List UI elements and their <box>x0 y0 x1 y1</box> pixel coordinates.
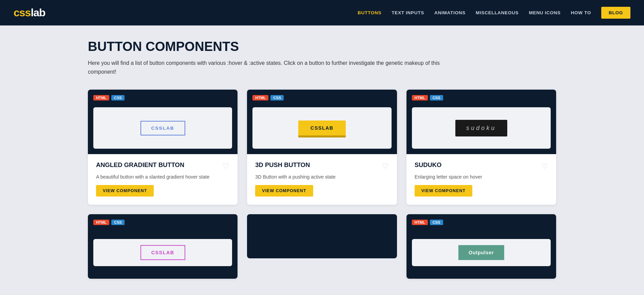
card-header-row: ANGLED GRADIENT BUTTON ♡ <box>96 161 229 171</box>
heart-icon[interactable]: ♡ <box>223 162 229 171</box>
view-component-button-angled[interactable]: VIEW COMPONENT <box>96 185 154 197</box>
card-preview-3d: HTML CSS CSSLAB <box>247 90 397 154</box>
preview-btn-5[interactable]: Outpulser <box>458 245 504 260</box>
heart-icon-3d[interactable]: ♡ <box>382 162 389 171</box>
view-component-button-sudoku[interactable]: VIEW COMPONENT <box>415 185 472 197</box>
tag-html-sudoku: HTML <box>412 95 428 100</box>
card-preview-sudoku: HTML CSS sudoku <box>406 90 556 154</box>
card-empty-middle <box>247 214 397 258</box>
cards-grid: HTML CSS CSSLAB ANGLED GRADIENT BUTTON ♡… <box>88 90 556 279</box>
heart-icon-sudoku[interactable]: ♡ <box>541 162 548 171</box>
preview-box-angled: CSSLAB <box>93 107 232 149</box>
tag-html-4: HTML <box>93 220 109 225</box>
preview-box-sudoku: sudoku <box>412 107 551 149</box>
view-component-button-3d[interactable]: VIEW COMPONENT <box>255 185 313 197</box>
site-header: csslab BUTTONS TEXT INPUTS ANIMATIONS MI… <box>0 0 644 25</box>
card-tags-4: HTML CSS <box>93 220 125 225</box>
card-preview-4: HTML CSS CSSLab <box>88 214 238 279</box>
tag-html-5: HTML <box>412 220 428 225</box>
nav-text-inputs[interactable]: TEXT INPUTS <box>392 10 424 15</box>
preview-btn-sudoku[interactable]: sudoku <box>455 120 507 136</box>
preview-btn-4[interactable]: CSSLab <box>140 245 185 260</box>
tag-css-5: CSS <box>430 220 443 225</box>
card-subtitle-3d: 3D Button with a pushing active state <box>255 174 389 180</box>
card-4: HTML CSS CSSLab <box>88 214 238 279</box>
card-tags-3d: HTML CSS <box>252 95 284 100</box>
nav-blog-button[interactable]: BLOG <box>601 7 630 19</box>
card-body-3d: 3D PUSH BUTTON ♡ 3D Button with a pushin… <box>247 154 397 205</box>
card-preview-angled: HTML CSS CSSLAB <box>88 90 238 154</box>
tag-html-3d: HTML <box>252 95 268 100</box>
preview-box-5: Outpulser <box>412 239 551 266</box>
site-logo[interactable]: csslab <box>14 6 45 19</box>
preview-box-3d: CSSLAB <box>252 107 391 149</box>
card-sudoku: HTML CSS sudoku SUDUKO ♡ Enlarging lette… <box>406 90 556 205</box>
tag-css-sudoku: CSS <box>430 95 443 100</box>
page-description: Here you will find a list of button comp… <box>88 59 461 76</box>
preview-btn-angled[interactable]: CSSLAB <box>140 121 185 135</box>
card-tags: HTML CSS <box>93 95 125 100</box>
main-nav: BUTTONS TEXT INPUTS ANIMATIONS MISCELLAN… <box>358 7 630 19</box>
card-subtitle-sudoku: Enlarging letter space on hover <box>415 174 548 180</box>
preview-btn-3d[interactable]: CSSLAB <box>298 121 346 135</box>
tag-css: CSS <box>111 95 125 100</box>
card-body-sudoku: SUDUKO ♡ Enlarging letter space on hover… <box>406 154 556 205</box>
nav-animations[interactable]: ANIMATIONS <box>434 10 466 15</box>
card-header-row-3d: 3D PUSH BUTTON ♡ <box>255 161 389 171</box>
card-header-row-sudoku: SUDUKO ♡ <box>415 161 548 171</box>
card-5: HTML CSS Outpulser <box>406 214 556 279</box>
nav-miscellaneous[interactable]: MISCELLANEOUS <box>476 10 519 15</box>
main-content: BUTTON COMPONENTS Here you will find a l… <box>68 25 576 292</box>
preview-box-4: CSSLab <box>93 239 232 266</box>
card-title-3d: 3D PUSH BUTTON <box>255 161 378 169</box>
nav-menu-icons[interactable]: MENU ICONS <box>529 10 561 15</box>
card-title-sudoku: SUDUKO <box>415 161 538 169</box>
card-title-angled: ANGLED GRADIENT BUTTON <box>96 161 219 169</box>
card-subtitle-angled: A beautiful button with a slanted gradie… <box>96 174 229 180</box>
card-3d-push: HTML CSS CSSLAB 3D PUSH BUTTON ♡ 3D Butt… <box>247 90 397 205</box>
nav-how-to[interactable]: HOW TO <box>571 10 591 15</box>
card-body-angled: ANGLED GRADIENT BUTTON ♡ A beautiful but… <box>88 154 238 205</box>
card-angled-gradient: HTML CSS CSSLAB ANGLED GRADIENT BUTTON ♡… <box>88 90 238 205</box>
card-preview-5: HTML CSS Outpulser <box>406 214 556 279</box>
page-title: BUTTON COMPONENTS <box>88 39 556 54</box>
tag-html: HTML <box>93 95 109 100</box>
logo-css: css <box>14 6 31 19</box>
logo-lab: lab <box>31 6 45 19</box>
nav-buttons[interactable]: BUTTONS <box>358 10 381 15</box>
tag-css-4: CSS <box>111 220 125 225</box>
tag-css-3d: CSS <box>270 95 284 100</box>
card-tags-sudoku: HTML CSS <box>412 95 443 100</box>
card-tags-5: HTML CSS <box>412 220 443 225</box>
